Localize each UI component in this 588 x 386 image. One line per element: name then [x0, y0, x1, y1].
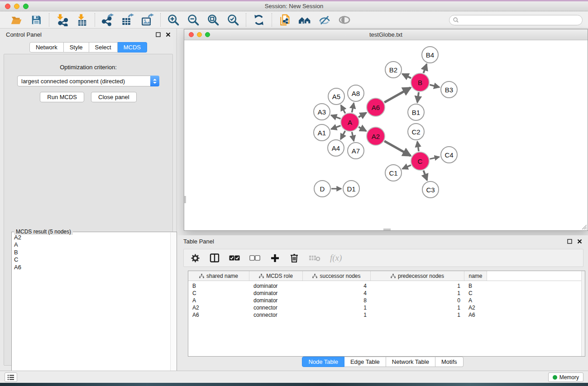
tab-style[interactable]: Style — [64, 42, 89, 52]
edge-A6-B[interactable] — [384, 88, 411, 103]
edge-A-A3[interactable] — [331, 115, 341, 119]
edge-A2-C[interactable] — [384, 141, 411, 156]
eye-icon[interactable] — [337, 13, 352, 27]
node-B2[interactable]: B2 — [385, 61, 402, 78]
node-C3[interactable]: C3 — [422, 181, 439, 198]
table-row-a6[interactable]: A6connector11A6 — [188, 311, 585, 319]
edge-B-B4[interactable] — [424, 64, 427, 73]
edge-C-C3[interactable] — [424, 171, 427, 181]
gear-icon[interactable] — [190, 253, 200, 263]
edge-A-A2[interactable] — [359, 127, 366, 131]
zoom-out-icon[interactable] — [186, 13, 201, 27]
node-C4[interactable]: C4 — [440, 146, 458, 163]
result-item-a2[interactable]: A2 — [13, 234, 169, 241]
result-item-a[interactable]: A — [13, 241, 169, 248]
float-panel-icon[interactable] — [567, 239, 572, 244]
close-panel-icon[interactable] — [166, 32, 171, 37]
hide-panels-icon[interactable] — [317, 13, 332, 27]
edge-B-B1[interactable] — [417, 92, 419, 102]
tab-select[interactable]: Select — [89, 42, 118, 52]
resize-grip-icon[interactable] — [581, 224, 587, 230]
export-network-icon[interactable] — [100, 13, 115, 27]
node-A7[interactable]: A7 — [347, 142, 364, 159]
refresh-icon[interactable] — [251, 13, 267, 27]
result-scrollbar[interactable] — [170, 233, 176, 386]
zoom-selected-icon[interactable] — [225, 13, 241, 27]
tab-network[interactable]: Network — [29, 42, 64, 52]
close-window-button[interactable] — [5, 4, 10, 9]
node-A4[interactable]: A4 — [327, 139, 344, 157]
edge-C-C1[interactable] — [402, 165, 411, 169]
edge-A-A6[interactable] — [359, 113, 366, 117]
node-A8[interactable]: A8 — [347, 85, 364, 102]
search-input[interactable] — [461, 17, 579, 23]
result-item-c[interactable]: C — [13, 256, 169, 263]
network-canvas[interactable]: B4B2BB3A8A5A6A3B1AC2A1A2A4A7C4CC1DD1C3 — [184, 40, 588, 230]
open-session-icon[interactable] — [9, 13, 24, 27]
optimization-criterion-select[interactable]: largest connected component (directed) — [17, 76, 159, 86]
column-header-shared-name[interactable]: shared name — [188, 271, 249, 281]
clone-network-icon[interactable] — [277, 13, 292, 27]
zoom-fit-icon[interactable] — [206, 13, 221, 27]
node-B4[interactable]: B4 — [421, 46, 439, 63]
edge-A-A7[interactable] — [352, 132, 354, 141]
import-table-icon[interactable] — [74, 13, 90, 27]
tab-motifs[interactable]: Motifs — [435, 357, 464, 367]
edge-B-B2[interactable] — [402, 74, 411, 78]
column-header-name[interactable]: name — [464, 271, 487, 281]
home-icon[interactable] — [297, 13, 312, 27]
table-row-c[interactable]: Cdominator41C — [188, 290, 585, 297]
node-D[interactable]: D — [314, 180, 331, 197]
node-A1[interactable]: A1 — [313, 124, 330, 141]
zoom-window-button[interactable] — [205, 32, 210, 37]
edge-C-C2[interactable] — [417, 142, 419, 151]
save-session-icon[interactable] — [29, 13, 44, 27]
add-column-icon[interactable] — [270, 253, 280, 263]
node-C1[interactable]: C1 — [385, 164, 402, 181]
tab-edge-table[interactable]: Edge Table — [344, 357, 386, 367]
table-row-b[interactable]: Bdominator41B — [188, 282, 585, 290]
tab-network-table[interactable]: Network Table — [386, 357, 435, 367]
table-row-a[interactable]: Adominator80A — [188, 297, 585, 304]
node-B1[interactable]: B1 — [407, 104, 425, 121]
edge-A-A4[interactable] — [341, 131, 345, 139]
node-A6[interactable]: A6 — [366, 98, 385, 117]
close-panel-button[interactable]: Close panel — [91, 92, 137, 102]
node-C[interactable]: C — [411, 152, 430, 171]
zoom-window-button[interactable] — [23, 4, 29, 9]
toolbar-search[interactable] — [449, 15, 583, 25]
node-A2[interactable]: A2 — [366, 127, 385, 146]
deselect-all-icon[interactable] — [249, 253, 260, 263]
close-window-button[interactable] — [189, 32, 194, 37]
node-A[interactable]: A — [340, 113, 359, 132]
node-B3[interactable]: B3 — [440, 81, 458, 98]
edge-C-C4[interactable] — [430, 157, 440, 159]
edge-B-B3[interactable] — [430, 85, 439, 87]
node-B[interactable]: B — [411, 73, 430, 92]
edge-A-A8[interactable] — [352, 103, 354, 113]
task-history-button[interactable] — [5, 372, 17, 382]
canvas-vertical-scroll-nub[interactable] — [184, 196, 186, 203]
delete-column-icon[interactable] — [289, 253, 299, 263]
edge-A-A5[interactable] — [341, 105, 345, 114]
column-header-mcds-role[interactable]: MCDS role — [249, 271, 303, 281]
table-row-a2[interactable]: A2connector11A2 — [188, 304, 585, 311]
canvas-horizontal-scroll-nub[interactable] — [383, 229, 391, 230]
table-scrollbar[interactable] — [581, 271, 585, 356]
memory-button[interactable]: Memory — [548, 372, 583, 382]
run-mcds-button[interactable]: Run MCDS — [40, 92, 84, 102]
column-header-successor-nodes[interactable]: successor nodes — [303, 271, 371, 281]
node-A5[interactable]: A5 — [328, 88, 345, 105]
result-item-b[interactable]: B — [13, 249, 169, 256]
minimize-window-button[interactable] — [14, 4, 19, 9]
node-C2[interactable]: C2 — [407, 123, 425, 140]
minimize-window-button[interactable] — [197, 32, 202, 37]
zoom-in-icon[interactable] — [166, 13, 181, 27]
tab-mcds[interactable]: MCDS — [118, 42, 147, 52]
tab-node-table[interactable]: Node Table — [302, 357, 344, 367]
export-image-icon[interactable] — [140, 13, 155, 27]
split-column-icon[interactable] — [210, 253, 220, 263]
node-D1[interactable]: D1 — [343, 180, 360, 197]
close-panel-icon[interactable] — [577, 239, 582, 244]
result-item-a6[interactable]: A6 — [13, 264, 169, 271]
